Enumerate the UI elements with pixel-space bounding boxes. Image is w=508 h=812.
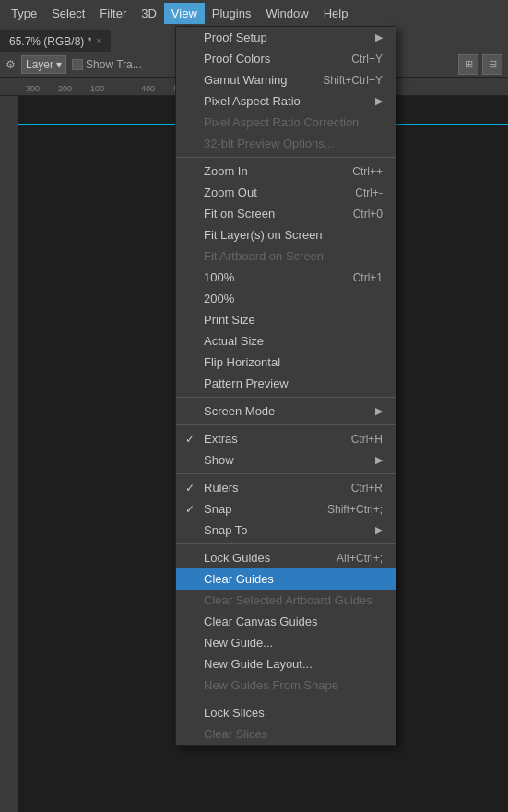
layer-dropdown-label: Layer — [26, 58, 53, 71]
separator-6 — [176, 699, 396, 699]
toolbar-icon-2[interactable]: ⊟ — [482, 54, 502, 75]
separator-5 — [176, 543, 396, 544]
menubar-type[interactable]: Type — [4, 3, 44, 24]
snap-shortcut: Shift+Ctrl+; — [327, 503, 383, 516]
menu-item-new-guides-from-shape: New Guides From Shape — [176, 675, 396, 696]
ruler-tick-100: 100 — [90, 84, 104, 95]
menubar-view[interactable]: View — [164, 3, 205, 24]
separator-2 — [176, 397, 396, 398]
menu-item-show[interactable]: Show ▶ — [176, 449, 396, 471]
zoom-in-shortcut: Ctrl++ — [352, 165, 383, 178]
new-guides-from-shape-label: New Guides From Shape — [204, 678, 338, 692]
proof-colors-shortcut: Ctrl+Y — [351, 53, 383, 66]
tab-label: 65.7% (RGB/8) * — [9, 35, 91, 48]
extras-shortcut: Ctrl+H — [351, 433, 383, 446]
menu-item-fit-layers-on-screen[interactable]: Fit Layer(s) on Screen — [176, 224, 396, 245]
menu-item-snap[interactable]: ✓ Snap Shift+Ctrl+; — [176, 498, 396, 519]
menu-item-32bit-preview: 32-bit Preview Options... — [176, 133, 396, 154]
gamut-warning-label: Gamut Warning — [204, 73, 288, 87]
menu-item-actual-size[interactable]: Actual Size — [176, 330, 396, 352]
menu-item-clear-canvas-guides[interactable]: Clear Canvas Guides — [176, 611, 396, 632]
menu-item-zoom-out[interactable]: Zoom Out Ctrl+- — [176, 182, 396, 203]
menu-item-lock-slices[interactable]: Lock Slices — [176, 702, 396, 723]
zoom-in-label: Zoom In — [204, 164, 248, 178]
fit-layers-on-screen-label: Fit Layer(s) on Screen — [204, 228, 323, 242]
snap-to-label: Snap To — [204, 523, 247, 537]
menu-item-200-percent[interactable]: 200% — [176, 288, 396, 309]
show-transform-label: Show Tra... — [72, 58, 142, 71]
ruler-corner — [0, 78, 18, 96]
lock-slices-label: Lock Slices — [204, 706, 265, 720]
proof-colors-label: Proof Colors — [204, 52, 270, 66]
100-percent-shortcut: Ctrl+1 — [353, 271, 383, 284]
pixel-aspect-ratio-label: Pixel Aspect Ratio — [204, 94, 301, 108]
menu-item-gamut-warning[interactable]: Gamut Warning Shift+Ctrl+Y — [176, 69, 396, 90]
clear-slices-label: Clear Slices — [204, 727, 267, 741]
snap-label: Snap — [204, 502, 231, 516]
layer-dropdown[interactable]: Layer ▾ — [21, 55, 66, 74]
pattern-preview-label: Pattern Preview — [204, 376, 289, 390]
menu-item-proof-setup[interactable]: Proof Setup ▶ — [176, 27, 396, 48]
pixel-aspect-ratio-arrow: ▶ — [375, 95, 383, 107]
menu-item-fit-on-screen[interactable]: Fit on Screen Ctrl+0 — [176, 203, 396, 224]
100-percent-label: 100% — [204, 270, 234, 284]
view-dropdown-menu: Proof Setup ▶ Proof Colors Ctrl+Y Gamut … — [175, 26, 396, 746]
snap-checkmark: ✓ — [185, 503, 195, 516]
separator-4 — [176, 473, 396, 474]
menu-item-rulers[interactable]: ✓ Rulers Ctrl+R — [176, 477, 396, 498]
menu-item-pixel-aspect-ratio-correction: Pixel Aspect Ratio Correction — [176, 112, 396, 133]
new-guide-layout-label: New Guide Layout... — [204, 657, 313, 671]
menubar-plugins[interactable]: Plugins — [205, 3, 259, 24]
zoom-out-shortcut: Ctrl+- — [355, 186, 383, 199]
menu-item-new-guide[interactable]: New Guide... — [176, 632, 396, 653]
menu-item-pixel-aspect-ratio[interactable]: Pixel Aspect Ratio ▶ — [176, 90, 396, 112]
menu-item-pattern-preview[interactable]: Pattern Preview — [176, 373, 396, 394]
rulers-label: Rulers — [204, 481, 239, 495]
menubar-filter[interactable]: Filter — [92, 3, 134, 24]
active-tab[interactable]: 65.7% (RGB/8) * × — [0, 30, 111, 52]
menubar-select[interactable]: Select — [44, 3, 92, 24]
pixel-aspect-ratio-correction-label: Pixel Aspect Ratio Correction — [204, 115, 359, 129]
ruler-tick-400: 400 — [141, 84, 155, 95]
layer-dropdown-arrow: ▾ — [56, 58, 62, 71]
menu-item-snap-to[interactable]: Snap To ▶ — [176, 519, 396, 541]
clear-guides-label: Clear Guides — [204, 572, 274, 586]
gamut-warning-shortcut: Shift+Ctrl+Y — [323, 74, 383, 87]
toolbar-layer-label: ⚙ — [6, 58, 16, 71]
actual-size-label: Actual Size — [204, 334, 264, 348]
screen-mode-label: Screen Mode — [204, 404, 275, 418]
separator-3 — [176, 424, 396, 425]
toolbar-icon-1[interactable]: ⊞ — [458, 54, 478, 75]
rulers-checkmark: ✓ — [185, 482, 195, 495]
menu-item-zoom-in[interactable]: Zoom In Ctrl++ — [176, 161, 396, 182]
tab-close-button[interactable]: × — [96, 36, 101, 46]
zoom-out-label: Zoom Out — [204, 185, 257, 199]
extras-label: Extras — [204, 432, 238, 446]
flip-horizontal-label: Flip Horizontal — [204, 355, 280, 369]
lock-guides-shortcut: Alt+Ctrl+; — [337, 552, 383, 565]
menu-item-new-guide-layout[interactable]: New Guide Layout... — [176, 653, 396, 675]
menu-item-print-size[interactable]: Print Size — [176, 309, 396, 330]
show-transform-checkbox[interactable] — [72, 59, 83, 70]
menu-item-clear-selected-artboard-guides: Clear Selected Artboard Guides — [176, 590, 396, 611]
menubar: Type Select Filter 3D View Plugins Windo… — [0, 0, 508, 26]
menu-item-proof-colors[interactable]: Proof Colors Ctrl+Y — [176, 48, 396, 69]
menu-item-screen-mode[interactable]: Screen Mode ▶ — [176, 400, 396, 422]
show-arrow: ▶ — [375, 454, 383, 466]
menubar-3d[interactable]: 3D — [134, 3, 164, 24]
toolbar-icons: ⊞ ⊟ — [458, 54, 502, 75]
menu-item-clear-slices: Clear Slices — [176, 723, 396, 745]
menu-item-fit-artboard-on-screen: Fit Artboard on Screen — [176, 245, 396, 267]
ruler-tick-300: 300 — [26, 84, 40, 95]
32bit-preview-label: 32-bit Preview Options... — [204, 137, 335, 150]
menu-item-clear-guides[interactable]: Clear Guides — [176, 568, 396, 590]
rulers-shortcut: Ctrl+R — [351, 482, 383, 495]
menu-item-flip-horizontal[interactable]: Flip Horizontal — [176, 352, 396, 373]
extras-checkmark: ✓ — [185, 433, 195, 446]
menubar-help[interactable]: Help — [316, 3, 356, 24]
menu-item-extras[interactable]: ✓ Extras Ctrl+H — [176, 428, 396, 449]
menubar-window[interactable]: Window — [258, 3, 315, 24]
clear-selected-artboard-guides-label: Clear Selected Artboard Guides — [204, 593, 372, 607]
menu-item-lock-guides[interactable]: Lock Guides Alt+Ctrl+; — [176, 547, 396, 568]
menu-item-100-percent[interactable]: 100% Ctrl+1 — [176, 267, 396, 288]
